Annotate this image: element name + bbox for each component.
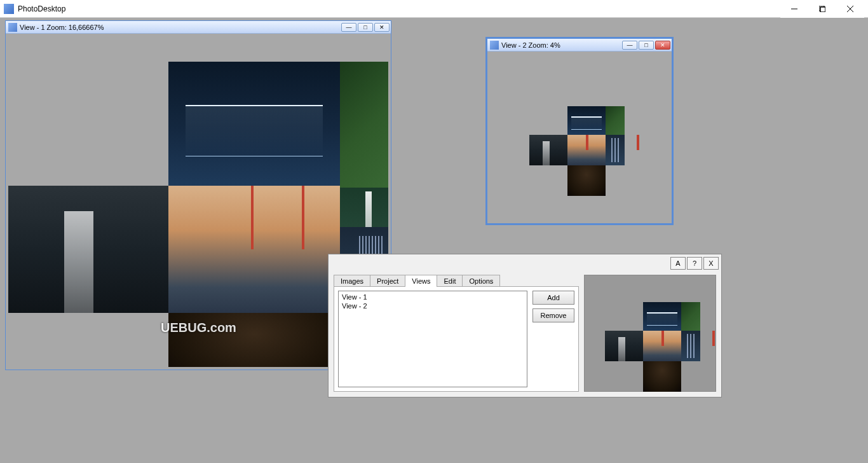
dialog-body: Images Project Views Edit Options View -… — [334, 275, 716, 392]
photo-tile — [643, 361, 681, 392]
dialog-left-panel: Images Project Views Edit Options View -… — [334, 275, 579, 392]
close-icon: ✕ — [660, 42, 665, 48]
dialog-a-button[interactable]: A — [670, 257, 686, 270]
photo-tile[interactable] — [567, 135, 606, 165]
maximize-icon: □ — [363, 24, 367, 31]
photo-tile[interactable] — [340, 62, 388, 188]
view2-window[interactable]: View - 2 Zoom: 4% — □ ✕ — [485, 37, 674, 225]
view2-minimize-button[interactable]: — — [622, 41, 637, 50]
minimize-icon — [791, 6, 797, 12]
photo-tile — [605, 331, 643, 361]
tab-images[interactable]: Images — [334, 275, 370, 287]
maximize-icon: □ — [644, 42, 648, 48]
photo-tile — [643, 331, 681, 361]
minimize-button[interactable] — [780, 0, 808, 18]
photo-tile[interactable] — [168, 62, 340, 186]
photo-tile[interactable] — [606, 135, 625, 165]
view2-canvas[interactable] — [490, 54, 669, 221]
photo-tile[interactable] — [529, 135, 567, 165]
close-button[interactable] — [836, 0, 864, 18]
app-title: PhotoDesktop — [18, 4, 780, 13]
view2-close-button[interactable]: ✕ — [655, 41, 670, 50]
photo-tile[interactable] — [168, 186, 340, 313]
tab-options[interactable]: Options — [462, 275, 500, 287]
watermark: UEBUG.com — [161, 321, 236, 335]
photo-tile — [643, 302, 681, 331]
add-button[interactable]: Add — [532, 291, 574, 305]
window-controls — [780, 0, 864, 17]
tab-content: View - 1 View - 2 Add Remove — [334, 286, 579, 392]
minimize-icon: — — [346, 24, 352, 31]
app-icon — [4, 4, 14, 14]
close-icon: ✕ — [379, 24, 384, 31]
view1-controls: — □ ✕ — [341, 23, 390, 32]
tab-views[interactable]: Views — [405, 275, 437, 287]
view1-close-button[interactable]: ✕ — [374, 23, 390, 32]
minimize-icon: — — [627, 42, 633, 48]
list-item[interactable]: View - 2 — [340, 301, 526, 310]
tabs: Images Project Views Edit Options — [334, 275, 579, 287]
views-listbox[interactable]: View - 1 View - 2 — [338, 291, 527, 387]
photo-tile — [681, 331, 700, 361]
photo-tile — [681, 302, 700, 331]
tab-edit[interactable]: Edit — [437, 275, 463, 287]
dialog-help-button[interactable]: ? — [687, 257, 702, 270]
photo-tile[interactable] — [567, 165, 606, 196]
photo-tile[interactable] — [8, 186, 168, 313]
dialog-top-buttons: A ? X — [670, 257, 719, 270]
list-item[interactable]: View - 1 — [340, 293, 526, 301]
app-titlebar[interactable]: PhotoDesktop — [0, 0, 868, 18]
svg-rect-2 — [820, 7, 825, 12]
view1-maximize-button[interactable]: □ — [358, 23, 373, 32]
remove-button[interactable]: Remove — [532, 308, 574, 322]
photo-tile[interactable] — [567, 106, 606, 135]
photo-tile[interactable] — [606, 106, 625, 135]
maximize-button[interactable] — [808, 0, 836, 18]
view1-icon — [8, 23, 17, 32]
view2-icon — [490, 41, 499, 50]
view2-titlebar[interactable]: View - 2 Zoom: 4% — □ ✕ — [487, 39, 672, 52]
main-window: PhotoDesktop View - 1 Zoom: 16,66667% — … — [0, 0, 868, 463]
tab-project[interactable]: Project — [370, 275, 405, 287]
maximize-icon — [819, 6, 825, 12]
view1-titlebar[interactable]: View - 1 Zoom: 16,66667% — □ ✕ — [6, 21, 391, 34]
view2-title: View - 2 Zoom: 4% — [501, 41, 622, 49]
views-dialog[interactable]: A ? X Images Project Views Edit Options … — [328, 254, 722, 397]
view1-title: View - 1 Zoom: 16,66667% — [20, 24, 341, 31]
view2-controls: — □ ✕ — [622, 41, 670, 50]
preview-panel[interactable] — [584, 275, 716, 392]
dialog-close-button[interactable]: X — [703, 257, 719, 270]
view1-minimize-button[interactable]: — — [341, 23, 356, 32]
close-icon — [847, 6, 853, 12]
view2-maximize-button[interactable]: □ — [639, 41, 654, 50]
button-column: Add Remove — [532, 291, 574, 387]
